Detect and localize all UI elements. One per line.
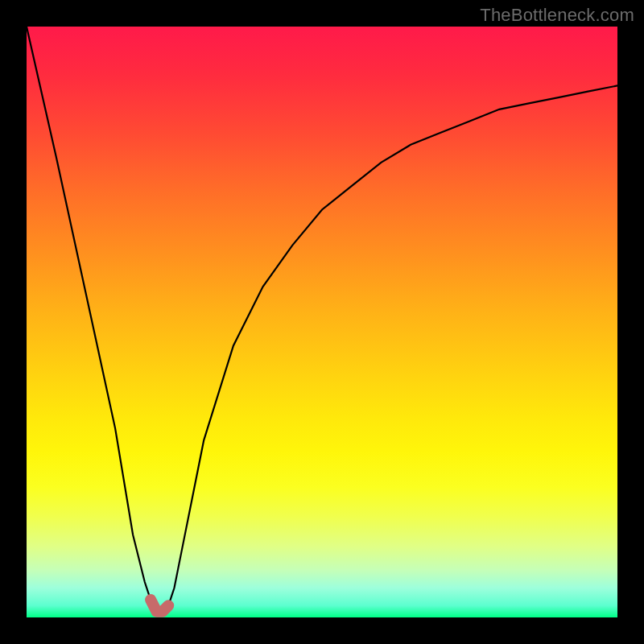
chart-frame: TheBottleneck.com — [0, 0, 644, 644]
optimal-region-marker — [151, 600, 168, 612]
bottleneck-curve-right — [157, 85, 618, 611]
watermark-text: TheBottleneck.com — [480, 5, 634, 26]
chart-svg — [27, 27, 617, 617]
bottleneck-curve-left — [27, 27, 157, 612]
